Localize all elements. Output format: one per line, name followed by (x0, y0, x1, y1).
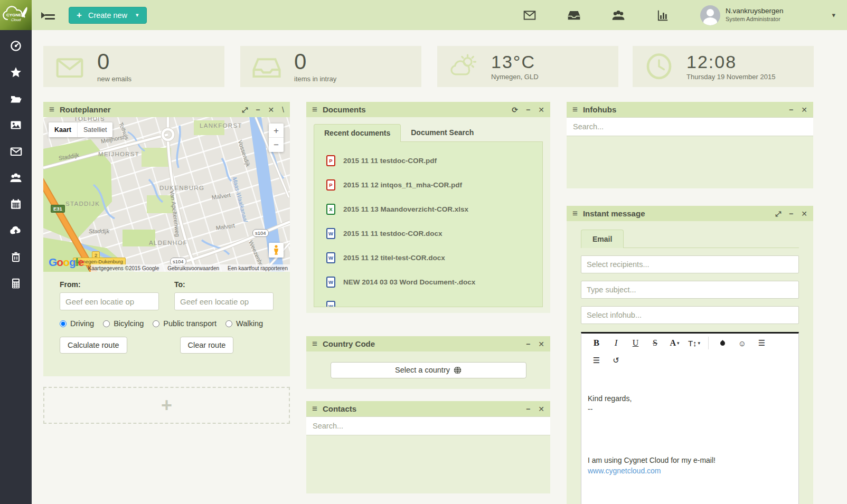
minimize-icon[interactable]: − (526, 106, 530, 113)
subject-input[interactable] (581, 281, 799, 299)
zoom-out-button[interactable]: − (269, 138, 284, 152)
rich-text-editor[interactable]: B I U S A▾ T↕▾ ☺ ☰ ☰ ↺ Kind regards, (581, 332, 799, 504)
sidebar-item-calendar[interactable] (0, 191, 32, 217)
sidebar-item-favorites[interactable] (0, 59, 32, 85)
drag-handle-icon[interactable]: ≡ (312, 404, 317, 413)
infohubs-search-input[interactable] (567, 117, 813, 136)
document-row[interactable]: 2015 11 13 Maandoverzicht-COR.xlsx (314, 197, 542, 221)
map-satelliet-button[interactable]: Satelliet (78, 122, 112, 137)
drag-handle-icon[interactable]: ≡ (312, 105, 317, 114)
intray-icon[interactable] (567, 8, 581, 22)
document-row[interactable]: NEW 2014 03 03 Word Document-.docx (314, 270, 542, 294)
document-row[interactable]: 2015 11 12 titel-test-COR.docx (314, 245, 542, 270)
refresh-icon[interactable]: ⟳ (512, 106, 518, 113)
drag-handle-icon[interactable]: ≡ (312, 339, 317, 348)
signature-link[interactable]: www.cygnetcloud.com (588, 467, 661, 475)
stat-card-clock[interactable]: 12:08 Thursday 19 November 2015 (633, 46, 814, 87)
expand-icon[interactable]: ⤢ (242, 106, 248, 113)
close-icon[interactable]: ✕ (538, 405, 544, 413)
sidebar-toggle-icon[interactable] (41, 10, 55, 21)
app-logo[interactable]: CYGNET Cloud (0, 0, 32, 30)
drag-handle-icon[interactable]: ≡ (572, 209, 578, 218)
mode-public-transport-radio[interactable] (153, 320, 159, 327)
mode-bicycling[interactable]: Bicylcing (103, 319, 144, 328)
sidebar-item-files[interactable] (0, 85, 32, 112)
pegman-button[interactable] (269, 243, 284, 258)
document-row[interactable]: 2015 11 11 testdoc-COR.docx (314, 221, 542, 245)
contacts-search-input[interactable] (306, 416, 550, 435)
add-widget-slot[interactable]: + (43, 387, 290, 424)
unordered-list-button[interactable]: ☰ (587, 353, 606, 368)
mode-driving-radio[interactable] (60, 320, 67, 327)
user-info[interactable]: N.vankruysbergen System Administrator (726, 7, 784, 23)
close-icon[interactable]: ✕ (538, 340, 544, 348)
underline-button[interactable]: U (626, 335, 645, 351)
italic-button[interactable]: I (606, 335, 626, 351)
drag-handle-icon[interactable]: ≡ (572, 105, 578, 114)
map-kaart-button[interactable]: Kaart (49, 122, 78, 137)
calculate-route-button[interactable]: Calculate route (60, 337, 127, 354)
mode-public-transport[interactable]: Public transport (153, 319, 217, 328)
close-icon[interactable]: ✕ (538, 106, 544, 113)
expand-icon[interactable]: ⤢ (775, 210, 781, 217)
google-logo[interactable]: Google (49, 256, 83, 269)
document-row[interactable]: 2015 11 12 intqos_f1_mha-COR.pdf (314, 173, 542, 197)
users-icon[interactable] (611, 8, 625, 22)
close-icon[interactable]: ✕ (801, 210, 807, 217)
zoom-in-button[interactable]: + (269, 123, 284, 138)
bold-button[interactable]: B (587, 335, 606, 351)
font-color-button[interactable]: A▾ (665, 335, 684, 351)
close-icon[interactable]: ✕ (268, 106, 274, 113)
widget-header[interactable]: ≡ Country Code − ✕ (306, 336, 550, 351)
widget-header[interactable]: ≡ Infohubs − ✕ (567, 102, 813, 117)
editor-content[interactable]: Kind regards, -- I am using Cygnet Cloud… (581, 393, 798, 476)
select-country-button[interactable]: Select a country (331, 362, 526, 378)
minimize-icon[interactable]: − (789, 210, 793, 217)
sidebar-item-cloud-upload[interactable] (0, 217, 32, 244)
mode-walking-radio[interactable] (225, 320, 232, 327)
minimize-icon[interactable]: − (526, 405, 530, 413)
mode-walking[interactable]: Walking (225, 319, 263, 328)
widget-header[interactable]: ≡ Routeplanner ⤢ − ✕ \ (43, 102, 290, 117)
from-input[interactable] (60, 292, 159, 310)
minimize-icon[interactable]: − (256, 106, 260, 113)
sidebar-item-calculator[interactable] (0, 270, 32, 297)
document-row[interactable] (314, 294, 542, 307)
minimize-icon[interactable]: − (526, 340, 530, 348)
google-map[interactable]: TOLHUIS Tolhuis Meijhorst MEIJHORST LANK… (43, 117, 290, 272)
highlight-color-button[interactable] (713, 335, 732, 351)
widget-header[interactable]: ≡ Contacts − ✕ (306, 401, 550, 416)
mail-icon[interactable] (523, 8, 537, 22)
tab-document-search[interactable]: Document Search (401, 124, 484, 142)
to-input[interactable] (174, 292, 274, 310)
create-new-button[interactable]: + Create new ▾ (69, 7, 147, 24)
sidebar-item-trash[interactable] (0, 244, 32, 270)
font-size-button[interactable]: T↕▾ (684, 335, 704, 351)
widget-header[interactable]: ≡ Documents ⟳ − ✕ (306, 102, 550, 117)
mode-driving[interactable]: Driving (60, 319, 94, 328)
sidebar-item-contacts[interactable] (0, 165, 32, 191)
stat-card-intray[interactable]: 0 items in intray (240, 46, 421, 87)
recipients-input[interactable] (581, 255, 799, 273)
document-row[interactable]: 2015 11 11 testdoc-COR.pdf (314, 148, 542, 173)
tab-recent-documents[interactable]: Recent documents (314, 124, 401, 142)
undo-button[interactable]: ↺ (606, 353, 626, 368)
infohub-input[interactable] (581, 306, 799, 324)
ordered-list-button[interactable]: ☰ (752, 335, 771, 351)
clear-route-button[interactable]: Clear route (180, 337, 234, 354)
tab-email[interactable]: Email (581, 230, 624, 248)
drag-handle-icon[interactable]: ≡ (49, 105, 54, 114)
minimize-icon[interactable]: − (789, 106, 793, 113)
stat-card-weather[interactable]: 13°C Nymegen, GLD (437, 46, 618, 87)
sidebar-item-mail[interactable] (0, 138, 32, 165)
chevron-down-icon[interactable]: ▾ (832, 11, 835, 19)
avatar[interactable] (700, 5, 720, 25)
stats-icon[interactable] (656, 8, 670, 22)
widget-header[interactable]: ≡ Instant message ⤢ − ✕ (567, 206, 813, 221)
stat-card-emails[interactable]: 0 new emails (43, 46, 224, 87)
mode-bicycling-radio[interactable] (103, 320, 110, 327)
strikethrough-button[interactable]: S (645, 335, 665, 351)
close-icon[interactable]: ✕ (801, 106, 807, 113)
emoticon-button[interactable]: ☺ (732, 335, 752, 351)
map-report-link[interactable]: Een kaartfout rapporteren (228, 265, 288, 271)
